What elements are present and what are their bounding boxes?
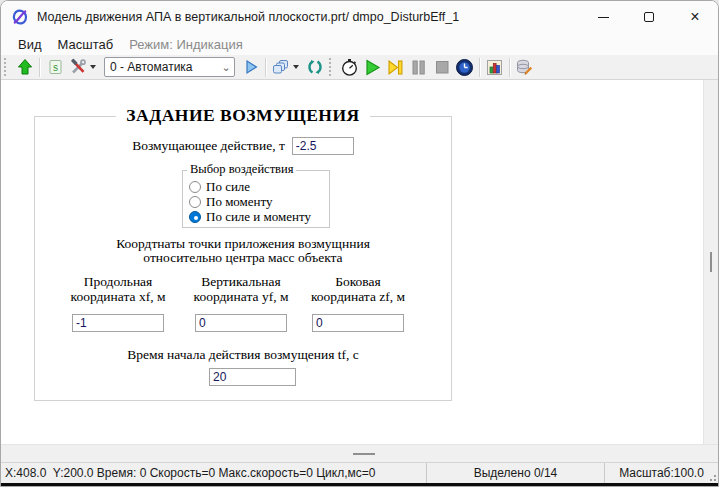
title-bar[interactable]: Модель движения АПА в вертикальной плоск… xyxy=(1,1,718,33)
status-selected: Выделено 0/14 xyxy=(426,463,604,483)
menu-bar: Вид Масштаб Режим: Индикация xyxy=(1,33,718,55)
vertical-scrollbar[interactable] xyxy=(703,80,718,444)
sync-button[interactable] xyxy=(303,56,326,78)
horizontal-scrollbar[interactable] xyxy=(1,444,718,462)
window-controls: × xyxy=(580,1,718,33)
menu-view[interactable]: Вид xyxy=(10,35,50,54)
script-button[interactable]: s xyxy=(43,56,66,78)
time-start-input[interactable] xyxy=(209,368,296,386)
simintech-logo-icon xyxy=(11,8,29,26)
step-button[interactable] xyxy=(384,56,407,78)
menu-mode-status: Режим: Индикация xyxy=(121,35,251,54)
mode-select-value: 0 - Автоматика xyxy=(105,60,218,74)
blue-play-outline-icon xyxy=(242,58,260,76)
mode-select[interactable]: 0 - Автоматика ⌄ xyxy=(104,57,235,77)
app-window: Модель движения АПА в вертикальной плоск… xyxy=(0,0,719,487)
status-coordinates: X:408.0 Y:200.0 Время: 0 Скорость=0 Макс… xyxy=(1,466,426,480)
window-title: Модель движения АПА в вертикальной плоск… xyxy=(37,10,459,24)
database-edit-icon xyxy=(515,58,534,77)
coord-z-input[interactable] xyxy=(312,314,404,332)
radio-po-momentu[interactable]: По моменту xyxy=(189,195,273,209)
coord-x-input[interactable] xyxy=(72,314,164,332)
close-button[interactable]: × xyxy=(672,1,718,33)
disturb-input[interactable] xyxy=(292,137,354,155)
radio-po-sile-i-momentu[interactable]: По силе и моменту xyxy=(189,210,311,224)
radio-icon xyxy=(189,196,201,208)
time-start-label: Время начала действия возмущения tf, с xyxy=(34,347,452,363)
apply-mode-button[interactable] xyxy=(239,56,262,78)
resize-grip[interactable] xyxy=(707,472,717,482)
coords-heading-line2: относительно центра масс объекта xyxy=(34,251,452,265)
toolbar-separator xyxy=(509,58,510,77)
toolbar-grip[interactable] xyxy=(4,58,9,76)
signal-db-button[interactable] xyxy=(513,56,536,78)
yellow-step-forward-icon xyxy=(386,58,405,77)
vertical-scrollbar-thumb[interactable] xyxy=(710,252,712,272)
pause-button[interactable] xyxy=(407,56,430,78)
tools-button[interactable] xyxy=(66,56,89,78)
bar-chart-icon xyxy=(485,58,504,77)
choice-group-title: Выбор воздействия xyxy=(187,162,296,177)
coord-y-input[interactable] xyxy=(195,314,287,332)
hammer-wrench-icon xyxy=(69,58,87,76)
radio-icon xyxy=(189,211,201,223)
teal-circular-arrows-icon xyxy=(306,58,324,76)
taskbar-edge xyxy=(1,483,718,487)
disturb-row: Возмущающее действие, т xyxy=(34,137,452,155)
run-button[interactable] xyxy=(361,56,384,78)
stop-button[interactable] xyxy=(430,56,453,78)
disturb-label: Возмущающее действие, т xyxy=(132,138,285,154)
green-play-icon xyxy=(363,58,382,77)
status-scale: Масштаб:100.0 xyxy=(604,463,718,483)
stop-square-icon xyxy=(433,58,451,76)
schematic-canvas[interactable]: ЗАДАНИЕ ВОЗМУЩЕНИЯ Возмущающее действие,… xyxy=(1,80,718,444)
menu-scale[interactable]: Масштаб xyxy=(50,35,122,54)
horizontal-scrollbar-thumb[interactable] xyxy=(353,453,375,455)
stopwatch-icon xyxy=(340,58,359,77)
layers-button[interactable] xyxy=(269,56,292,78)
maximize-icon xyxy=(644,12,654,22)
radio-label: По силе xyxy=(206,179,250,195)
time-settings-button[interactable] xyxy=(453,56,476,78)
toolbar: s 0 - Автоматика ⌄ xyxy=(1,55,718,80)
layers-dropdown-arrow[interactable] xyxy=(293,65,299,69)
script-icon: s xyxy=(46,58,64,76)
charts-button[interactable] xyxy=(483,56,506,78)
tools-dropdown-arrow[interactable] xyxy=(90,65,96,69)
navigate-up-button[interactable] xyxy=(13,56,36,78)
toolbar-separator xyxy=(39,58,40,77)
minimize-icon xyxy=(598,17,609,18)
toolbar-grip[interactable] xyxy=(329,58,334,76)
radio-label: По силе и моменту xyxy=(206,209,311,225)
coords-heading-line1: Коордтнаты точки приложения возмущнния xyxy=(34,237,452,251)
status-bar: X:408.0 Y:200.0 Время: 0 Скорость=0 Макс… xyxy=(1,462,718,483)
maximize-button[interactable] xyxy=(626,1,672,33)
pause-bars-icon xyxy=(409,58,428,77)
svg-text:s: s xyxy=(52,63,58,74)
radio-po-sile[interactable]: По силе xyxy=(189,180,250,194)
init-button[interactable] xyxy=(338,56,361,78)
blue-clock-icon xyxy=(455,58,474,77)
radio-label: По моменту xyxy=(206,194,273,210)
coord-z-label: Боковаякоордината zf, м xyxy=(283,275,433,304)
minimize-button[interactable] xyxy=(580,1,626,33)
toolbar-separator xyxy=(479,58,480,77)
green-up-arrow-icon xyxy=(16,58,34,76)
close-icon: × xyxy=(690,9,699,25)
group-title: ЗАДАНИЕ ВОЗМУЩЕНИЯ xyxy=(116,105,369,126)
toolbar-separator xyxy=(265,58,266,77)
layered-windows-icon xyxy=(271,58,290,76)
radio-icon xyxy=(189,181,201,193)
chevron-down-icon[interactable]: ⌄ xyxy=(218,61,234,74)
